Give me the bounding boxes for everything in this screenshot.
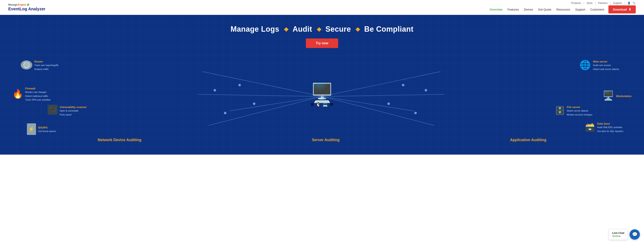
hero-part3: Secure [326,25,351,33]
webserver-desc1: Audit user access [593,64,619,67]
ids-title: IDS/IPS [38,126,56,129]
svg-point-9 [214,89,216,92]
router-item: ↔ Router Track user logon/logoffs Analyz… [21,59,58,71]
nav-get-quote[interactable]: Get Quote [538,8,552,11]
nav-overview[interactable]: Overview [490,8,502,11]
ids-icon: ⚡ [27,123,36,135]
linux-icon: 🐧 [316,102,321,107]
firewall-icon: 🔥 [12,89,23,99]
router-desc1: Track user logon/logoffs [34,64,58,67]
logo-top: ManageEngine [8,3,45,6]
download-label: Download [613,8,627,11]
workstation-icon: 🖥️ [602,90,614,101]
logo-leaf-icon [27,4,30,6]
search-icon[interactable]: 🔍 [632,2,636,4]
windows-icon: ⊞ [310,102,314,107]
database-icon: 🗃️ [585,122,595,132]
svg-line-1 [198,94,322,96]
web-server-item: 🌐 Web server Audit user access Detect we… [580,59,619,71]
firewall-desc3: Track VPN user activities [25,98,50,102]
vuln-desc2: Ports report [60,113,87,116]
ids-desc1: Get threat reports [38,130,56,133]
utility-support[interactable]: Support [613,2,622,4]
fileserver-desc2: Monitor account changes [567,113,592,116]
try-now-label: Try now [316,42,328,45]
hero-section: Manage Logs ❖ Audit ❖ Secure ❖ Be Compli… [0,15,644,154]
brand-manage: Manage [8,3,18,6]
center-server: 🖥️ ⊞ 🐧 💻 🖳 [310,86,334,107]
firewall-desc2: Detect malicious traffic [25,94,50,98]
workstation-item: 🖥️ Workstation [602,90,632,101]
database-item: 🗃️ Data base Audit DML/DDL activities Ge… [585,121,623,133]
file-server-icon: 🗄️ [555,106,565,115]
file-server-item: 🗄️ File server Detect server attacks Mon… [555,105,592,116]
svg-point-13 [425,89,427,92]
svg-line-6 [322,96,414,111]
diagram-area: ↔ Router Track user logon/logoffs Analyz… [0,53,644,140]
svg-line-3 [208,96,322,126]
firewall-desc1: Monitor rule changes [25,90,50,94]
download-button[interactable]: Download ⬇ [608,6,636,14]
top-bar: ManageEngine EventLog Analyzer Products … [0,0,644,15]
web-server-icon: 🌐 [580,60,591,70]
svg-line-0 [202,72,322,96]
router-icon: ↔ [21,60,32,70]
nav-demos[interactable]: Demos [524,8,533,11]
svg-point-11 [224,112,226,114]
utility-products[interactable]: Products [571,2,581,4]
hero-part2: Audit [292,25,312,33]
hero-title: Manage Logs ❖ Audit ❖ Secure ❖ Be Compli… [0,15,644,34]
nav-features[interactable]: Features [508,8,519,11]
bullet1: ❖ [284,26,290,33]
utility-partners[interactable]: Partners [598,2,607,4]
svg-point-15 [414,112,417,114]
fileserver-title: File server [567,106,592,109]
webserver-desc2: Detect web server attacks [593,68,619,71]
utility-store[interactable]: Store [587,2,593,4]
svg-point-8 [238,84,241,86]
brand-product: EventLog Analyzer [8,6,45,12]
workstation-title: Workstation [616,94,632,98]
logo-area: ManageEngine EventLog Analyzer [8,3,45,11]
ids-ips-item: ⚡ IDS/IPS Get threat reports [27,123,56,135]
svg-line-7 [322,96,434,126]
webserver-title: Web server [593,60,619,63]
svg-point-14 [388,102,390,105]
try-now-button[interactable]: Try now [306,38,338,48]
database-desc2: Get alert for SQL injection [597,130,623,133]
download-icon: ⬇ [628,8,631,12]
terminal-icon: 🖳 [330,102,334,107]
nav-resources[interactable]: Resources [556,8,570,11]
vuln-title: Vulnerability scanner [60,106,87,109]
database-desc1: Audit DML/DDL activities [597,126,623,129]
fileserver-desc1: Detect server attacks [567,109,592,112]
svg-line-4 [322,72,440,96]
database-title: Data base [597,122,623,125]
user-icon[interactable]: 👤 [628,2,630,4]
brand-engine: Engine [18,3,26,6]
vuln-desc1: Open & vulnerable [60,109,87,112]
svg-line-2 [229,96,322,111]
server-icon: 🖥️ [310,82,334,104]
unix-icon: 💻 [322,102,328,107]
firewall-title: Firewall [25,87,50,90]
bullet2: ❖ [316,26,324,33]
router-desc2: Analyze traffic [34,68,58,71]
firewall-item: 🔥 Firewall Monitor rule changes Detect m… [12,86,50,102]
svg-point-10 [253,102,255,105]
hero-part4: Be Compliant [364,25,414,33]
nav-customers[interactable]: Customers [590,8,604,11]
nav-support[interactable]: Support [575,8,585,11]
hero-part1: Manage Logs [230,25,279,33]
bullet3: ❖ [355,26,362,33]
vuln-scanner-icon: ⬛ [48,105,58,115]
router-title: Router [34,60,58,63]
main-nav-row: Overview Features Demos Get Quote Resour… [50,4,636,14]
vuln-scanner-item: ⬛ Vulnerability scanner Open & vulnerabl… [48,105,87,116]
main-nav: Overview Features Demos Get Quote Resour… [490,8,604,11]
utility-nav: Products | Store | Partners | Support | … [50,0,636,4]
svg-line-5 [322,94,444,96]
svg-point-12 [402,84,404,86]
